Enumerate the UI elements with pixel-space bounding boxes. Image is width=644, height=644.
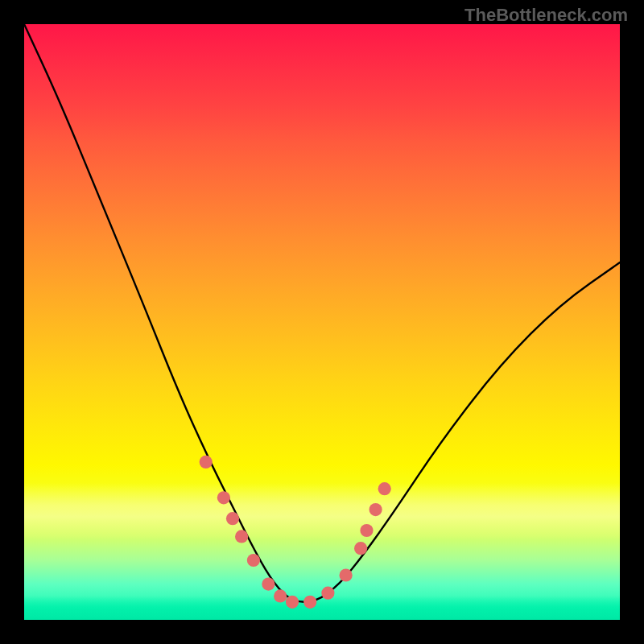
curve-marker — [200, 456, 213, 469]
curve-marker — [226, 512, 239, 525]
bottleneck-curve — [24, 24, 620, 602]
curve-marker — [247, 554, 260, 567]
curve-marker — [321, 587, 334, 600]
outer-frame: TheBottleneck.com — [0, 0, 644, 644]
curve-markers — [200, 456, 391, 609]
curve-marker — [378, 482, 391, 495]
curve-marker — [274, 589, 287, 602]
curve-marker — [303, 596, 316, 609]
watermark-text: TheBottleneck.com — [464, 5, 628, 26]
curve-marker — [360, 524, 373, 537]
curve-marker — [262, 578, 275, 591]
curve-marker — [217, 491, 230, 504]
bottleneck-curve-svg — [24, 24, 620, 620]
curve-marker — [354, 542, 367, 555]
curve-marker — [340, 568, 353, 581]
curve-marker — [235, 530, 248, 543]
curve-marker — [286, 596, 299, 609]
curve-marker — [369, 503, 382, 516]
